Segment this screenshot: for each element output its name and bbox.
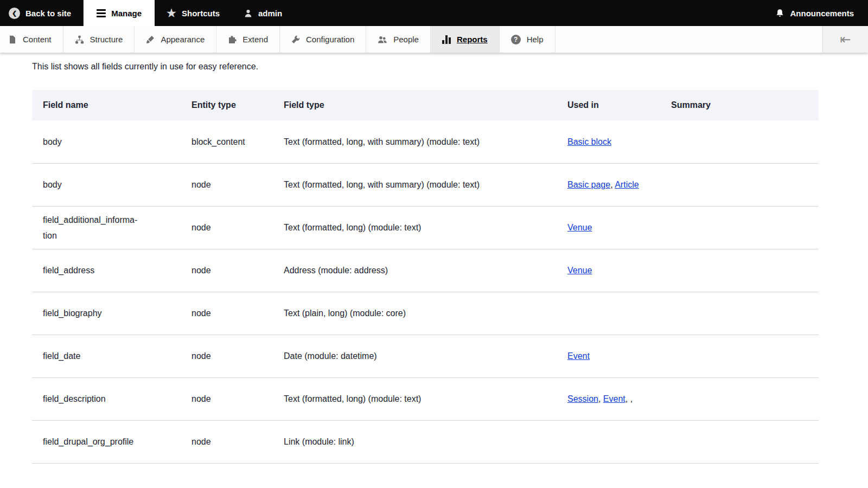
used-in-link[interactable]: Session <box>567 394 598 403</box>
announcements-label: Announcements <box>790 9 854 18</box>
tab-extend[interactable]: Extend <box>216 26 280 53</box>
cell-used-in: Venue <box>567 249 671 292</box>
tab-label: Appearance <box>161 35 205 44</box>
cell-field-name: field_address <box>32 249 192 292</box>
cell-summary <box>671 120 819 163</box>
used-in-link[interactable]: Event <box>603 394 626 403</box>
tab-content[interactable]: Content <box>0 26 63 53</box>
cell-field-type: Text (formatted, long, with summary) (mo… <box>284 163 567 206</box>
used-in-link[interactable]: Basic page <box>567 180 610 189</box>
table-header-row: Field name Entity type Field type Used i… <box>32 90 819 120</box>
admin-menu-bar: Content Structure Appearance Extend Conf… <box>0 26 868 53</box>
cell-used-in <box>567 292 671 335</box>
cell-entity-type: node <box>192 206 284 249</box>
tab-label: Help <box>527 35 544 44</box>
tab-label: People <box>393 35 419 44</box>
table-row: bodyblock_contentText (formatted, long, … <box>32 120 819 163</box>
cell-field-type: Text (formatted, long) (module: text) <box>284 377 567 420</box>
wrench-icon <box>291 35 300 44</box>
cell-used-in: Event <box>567 335 671 377</box>
tab-configuration[interactable]: Configuration <box>280 26 366 53</box>
cell-field-type: Text (formatted, long, with summary) (mo… <box>284 120 567 163</box>
cell-field-name: field_drupal_org_profile <box>32 420 192 463</box>
used-in-link[interactable]: Event <box>567 351 590 361</box>
cell-field-type: Text (plain, long) (module: core) <box>284 292 567 335</box>
cell-entity-type: node <box>192 163 284 206</box>
used-in-link[interactable]: Venue <box>567 266 592 275</box>
column-header-entity-type: Entity type <box>192 90 284 120</box>
cell-field-type: Address (module: address) <box>284 249 567 292</box>
admin-toolbar: ❮ Back to site Manage ★ Shortcuts admin … <box>0 0 868 26</box>
help-icon: ? <box>511 35 521 44</box>
column-header-field-name: Field name <box>32 90 192 120</box>
column-header-used-in: Used in <box>567 90 671 120</box>
cell-summary <box>671 206 819 249</box>
field-list-table: Field name Entity type Field type Used i… <box>32 90 819 464</box>
tab-help[interactable]: ? Help <box>500 26 556 53</box>
cell-entity-type: node <box>192 420 284 463</box>
toolbar-collapse-button[interactable]: ⇤ <box>822 26 868 53</box>
tab-appearance[interactable]: Appearance <box>135 26 216 53</box>
shortcuts-button[interactable]: ★ Shortcuts <box>155 0 232 26</box>
tab-structure[interactable]: Structure <box>63 26 135 53</box>
tab-reports[interactable]: Reports <box>431 26 500 53</box>
back-to-site-button[interactable]: ❮ Back to site <box>0 0 84 26</box>
column-header-summary: Summary <box>671 90 819 120</box>
cell-used-in <box>567 420 671 463</box>
star-icon: ★ <box>167 8 176 18</box>
announcements-button[interactable]: Announcements <box>763 0 868 26</box>
tab-label: Extend <box>242 35 268 44</box>
shortcuts-label: Shortcuts <box>182 9 220 18</box>
cell-summary <box>671 335 819 377</box>
cell-summary <box>671 420 819 463</box>
cell-field-name: body <box>32 163 192 206</box>
used-in-link[interactable]: Venue <box>567 223 592 232</box>
bar-chart-icon <box>442 35 451 44</box>
field-table-body: bodyblock_contentText (formatted, long, … <box>32 120 819 463</box>
sitemap-icon <box>75 35 84 44</box>
cell-entity-type: node <box>192 335 284 377</box>
hamburger-icon <box>97 9 106 17</box>
manage-tab[interactable]: Manage <box>84 0 155 26</box>
cell-field-name: field_biography <box>32 292 192 335</box>
table-row: field_additional_informa­tionnodeText (f… <box>32 206 819 249</box>
cell-field-type: Text (formatted, long) (module: text) <box>284 206 567 249</box>
used-in-link[interactable]: Basic block <box>567 137 611 146</box>
tab-people[interactable]: People <box>366 26 431 53</box>
collapse-left-icon: ⇤ <box>840 32 851 47</box>
main-content: This list shows all fields currently in … <box>0 53 868 464</box>
tab-label: Structure <box>90 35 123 44</box>
toolbar-spacer <box>294 0 763 26</box>
cell-field-name: body <box>32 120 192 163</box>
file-icon <box>8 35 17 44</box>
cell-entity-type: node <box>192 249 284 292</box>
tab-label: Configuration <box>306 35 354 44</box>
back-to-site-label: Back to site <box>25 9 71 18</box>
cell-summary <box>671 292 819 335</box>
cell-entity-type: node <box>192 377 284 420</box>
cell-field-name: field_date <box>32 335 192 377</box>
brush-icon <box>146 35 155 44</box>
cell-used-in: Venue <box>567 206 671 249</box>
table-row: field_drupal_org_profilenodeLink (module… <box>32 420 819 463</box>
tab-label: Content <box>23 35 52 44</box>
cell-summary <box>671 163 819 206</box>
table-row: field_addressnodeAddress (module: addres… <box>32 249 819 292</box>
used-in-link[interactable]: Article <box>615 180 639 189</box>
cell-used-in: Basic page, Article <box>567 163 671 206</box>
table-row: field_datenodeDate (module: datetime)Eve… <box>32 335 819 377</box>
menu-bar-spacer <box>556 26 822 53</box>
bell-icon <box>775 9 784 18</box>
user-menu[interactable]: admin <box>232 0 294 26</box>
cell-field-name: field_description <box>32 377 192 420</box>
manage-label: Manage <box>111 9 142 18</box>
back-circle-icon: ❮ <box>9 8 20 19</box>
table-row: field_descriptionnodeText (formatted, lo… <box>32 377 819 420</box>
puzzle-icon <box>228 35 237 44</box>
cell-field-name: field_additional_informa­tion <box>32 206 192 249</box>
cell-summary <box>671 249 819 292</box>
intro-text: This list shows all fields currently in … <box>32 60 819 73</box>
people-icon <box>378 35 387 44</box>
cell-field-type: Link (module: link) <box>284 420 567 463</box>
cell-used-in: Basic block <box>567 120 671 163</box>
